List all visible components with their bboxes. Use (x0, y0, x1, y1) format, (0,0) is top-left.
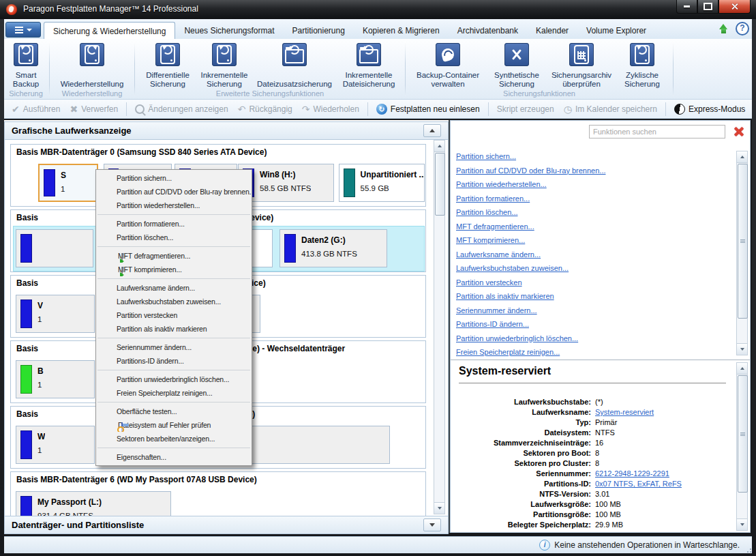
expand-panel-button[interactable] (423, 518, 441, 531)
menu-item-sektoren-bearbeiten[interactable]: Sektoren bearbeiten/anzeigen... (96, 432, 252, 445)
scrollbar-thumb[interactable] (435, 153, 445, 216)
menu-item-mft-defragmentieren[interactable]: MFT defragmentieren... (96, 249, 252, 263)
scroll-up-arrow[interactable] (434, 141, 444, 152)
link-list-scrollbar[interactable] (736, 151, 748, 355)
wiederholen-button[interactable]: ↷Wiederholen (297, 104, 364, 114)
menu-item-partition-unwiederbringlich-loeschen[interactable]: Partition unwiederbringlich löschen... (96, 372, 252, 386)
collapse-ribbon-icon[interactable] (719, 24, 729, 34)
chevron-down-icon (27, 29, 32, 31)
partition[interactable]: V1 (16, 295, 95, 333)
link-laufwerksbuchstaben-zuweisen[interactable]: Laufwerksbuchstaben zuweisen... (456, 264, 736, 278)
partition-system-reserviert[interactable]: S1 (38, 164, 98, 202)
express-modus-button[interactable]: Express-Modus (669, 104, 750, 115)
partition-color-bar (284, 234, 296, 263)
collapse-panel-button[interactable] (423, 124, 441, 137)
partition[interactable] (16, 229, 93, 267)
link-laufwerksname-aendern[interactable]: Laufwerksname ändern... (456, 250, 736, 265)
festplatten-neu-einlesen-button[interactable]: ↻Festplatten neu einlesen (372, 104, 485, 115)
property-value-link[interactable]: System-reserviert (595, 408, 654, 418)
link-mft-komprimieren[interactable]: MFT komprimieren... (456, 236, 736, 250)
disk-area-scrollbar[interactable] (434, 140, 445, 514)
menu-item-mft-komprimieren[interactable]: MFT komprimieren... (96, 263, 252, 276)
menu-item-dateisystem-pruefen[interactable]: Dateisystem auf Fehler prüfen (96, 418, 252, 432)
app-menu-button[interactable] (5, 22, 41, 38)
property-value-link[interactable]: 6212-2948-1229-2291 (595, 469, 669, 480)
scroll-down-arrow[interactable] (737, 343, 747, 355)
menu-item-partition-inaktiv-markieren[interactable]: Partition als inaktiv markieren (96, 322, 252, 336)
ausfuehren-button[interactable]: ✔Ausführen (7, 104, 65, 114)
menu-item-partition-wiederherstellen[interactable]: Partition wiederherstellen... (96, 199, 252, 212)
link-partition-verstecken[interactable]: Partition verstecken (456, 278, 736, 293)
partition-my-passport[interactable]: My Passport (L:)931.4 GB NTFS (16, 491, 171, 516)
tab-archivdatenbank[interactable]: Archivdatenbank (449, 23, 527, 39)
window-controls (676, 0, 751, 14)
aenderungen-anzeigen-button[interactable]: Änderungen anzeigen (130, 104, 232, 114)
scrollbar-thumb[interactable] (738, 164, 748, 319)
menu-item-laufwerksname-aendern[interactable]: Laufwerksname ändern... (96, 281, 252, 295)
menu-item-freien-speicherplatz-reinigen[interactable]: Freien Speicherplatz reinigen... (96, 386, 252, 400)
scroll-down-arrow[interactable] (737, 518, 747, 530)
skript-erzeugen-button[interactable]: Skript erzeugen (492, 104, 559, 114)
scroll-up-arrow[interactable] (737, 363, 747, 375)
link-seriennummer-aendern[interactable]: Seriennummer ändern... (456, 306, 736, 321)
menu-item-partition-formatieren[interactable]: Partition formatieren... (96, 217, 252, 231)
link-partition-sichern[interactable]: Partition sichern... (456, 152, 736, 166)
property-value: 100 MB (595, 510, 621, 521)
partition-unpartitioniert[interactable]: Unpartitioniert ...55.9 GB (339, 164, 425, 202)
partition-daten2[interactable]: Daten2 (G:)413.8 GB NTFS (279, 229, 387, 267)
im-kalender-speichern-button[interactable]: ◷Im Kalender speichern (559, 104, 662, 114)
tab-sicherung-wiederherstellung[interactable]: Sicherung & Wiederherstellung (44, 22, 175, 40)
wiederherstellung-button[interactable]: Wiederherstellung (54, 39, 130, 89)
menu-item-oberflaeche-testen[interactable]: Oberfläche testen... (96, 405, 252, 418)
search-input[interactable] (589, 125, 725, 138)
cross-icon: ✖ (70, 104, 78, 114)
smart-backup-button[interactable]: Smart Backup (7, 39, 45, 89)
menu-item-eigenschaften[interactable]: Eigenschaften... (96, 450, 252, 464)
link-freien-speicherplatz-reinigen[interactable]: Freien Speicherplatz reinigen... (456, 348, 736, 358)
menu-item-partitions-id-aendern[interactable]: Partitions-ID ändern... (96, 354, 252, 368)
maximize-button[interactable] (697, 0, 719, 14)
backup-container-verwalten-button[interactable]: Backup-Container verwalten (410, 39, 486, 89)
link-partition-unwiederbringlich-loeschen[interactable]: Partition unwiederbringlich löschen... (456, 334, 736, 349)
verwerfen-button[interactable]: ✖Verwerfen (65, 104, 123, 114)
link-partition-formatieren[interactable]: Partition formatieren... (456, 194, 736, 209)
tab-partitionierung[interactable]: Partitionierung (284, 23, 354, 39)
dateizusatzsicherung-button[interactable]: Dateizusatzsicherung (252, 39, 337, 89)
link-partition-inaktiv-markieren[interactable]: Partition als inaktiv markieren (456, 292, 736, 306)
partition[interactable]: B1 (16, 360, 95, 398)
partition[interactable]: W1 (16, 426, 95, 464)
link-partition-brennen[interactable]: Partition auf CD/DVD oder Blu-ray brenne… (456, 166, 736, 181)
close-sidebar-icon[interactable] (732, 126, 744, 138)
rueckgaengig-button[interactable]: ↶Rückgängig (233, 104, 297, 114)
menu-item-partition-sichern[interactable]: Partition sichern... (96, 171, 252, 185)
scroll-down-arrow[interactable] (434, 502, 444, 514)
properties-scrollbar[interactable] (736, 362, 748, 531)
tab-neues-sicherungsformat[interactable]: Neues Sicherungsformat (175, 23, 283, 39)
link-partition-wiederherstellen[interactable]: Partition wiederherstellen... (456, 180, 736, 194)
menu-item-partition-verstecken[interactable]: Partition verstecken (96, 308, 252, 322)
property-value: 70 MB (595, 531, 617, 532)
tab-volume-explorer[interactable]: Volume Explorer (577, 23, 655, 39)
differentielle-sicherung-button[interactable]: Differentielle Sicherung (139, 39, 196, 89)
tab-kalender[interactable]: Kalender (527, 23, 577, 39)
scroll-up-arrow[interactable] (737, 151, 747, 163)
sicherungsarchiv-ueberpruefen-button[interactable]: Sicherungsarchiv überprüfen (547, 39, 616, 89)
menu-item-seriennummer-aendern[interactable]: Seriennummer ändern... (96, 340, 252, 354)
inkrementelle-sicherung-button[interactable]: Inkrementelle Sicherung (196, 39, 252, 89)
menu-item-laufwerksbuchstaben-zuweisen[interactable]: Laufwerksbuchstaben zuweisen... (96, 295, 252, 308)
tab-kopieren-migrieren[interactable]: Kopieren & Migrieren (354, 23, 449, 39)
minimize-button[interactable] (676, 0, 697, 14)
property-value-link[interactable]: 0x07 NTFS, ExFAT, ReFS (595, 480, 682, 490)
link-partitions-id-aendern[interactable]: Partitions-ID ändern... (456, 320, 736, 334)
link-partition-loeschen[interactable]: Partition löschen... (456, 208, 736, 222)
menu-item-partition-brennen[interactable]: Partition auf CD/DVD oder Blu-ray brenne… (96, 185, 252, 199)
partition-win8[interactable]: Win8 (H:)58.5 GB NTFS (238, 164, 334, 202)
help-icon[interactable]: ? (736, 22, 749, 35)
zyklische-sicherung-button[interactable]: Zyklische Sicherung (616, 39, 669, 89)
inkrementelle-dateisicherung-button[interactable]: Inkrementelle Dateisicherung (337, 39, 401, 89)
close-button[interactable] (719, 0, 751, 14)
synthetische-sicherung-button[interactable]: Synthetische Sicherung (486, 39, 547, 89)
menu-item-partition-loeschen[interactable]: Partition löschen... (96, 231, 252, 244)
scrollbar-thumb[interactable] (738, 375, 748, 493)
link-mft-defragmentieren[interactable]: MFT defragmentieren... (456, 222, 736, 237)
